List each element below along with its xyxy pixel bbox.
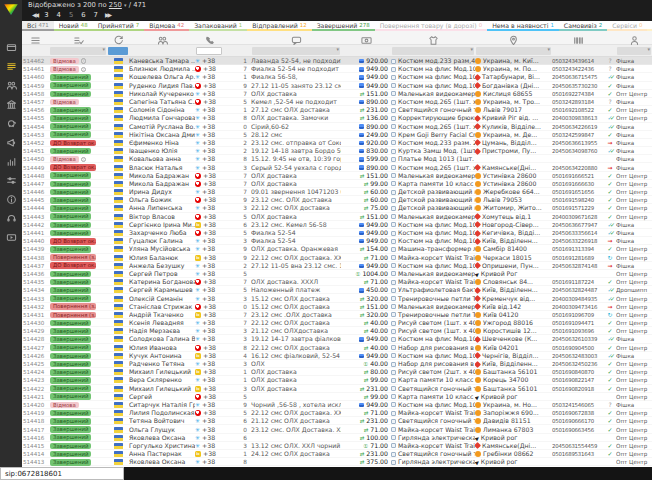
tracking-number[interactable]: 0501690663456 — [552, 425, 604, 433]
client-phone[interactable]: ✳+38 — [195, 245, 223, 253]
order-row[interactable]: 514451ЗавершенийІващенко Юлія✳+38219.12 … — [22, 147, 652, 155]
client-phone[interactable]: ✳+38 — [195, 204, 223, 212]
client-phone[interactable]: +38 — [195, 180, 223, 188]
tracking-number[interactable]: 20400309473416 — [552, 303, 604, 311]
order-row[interactable]: 514443ЗавершенийВіктор Власов+385ОЛХ дос… — [22, 213, 652, 221]
client-phone[interactable]: ✳+38 — [195, 139, 223, 147]
page-number-3[interactable]: 3 — [44, 10, 48, 20]
order-row[interactable]: 514462ВідмоваiКаневська Тамара ...✳+381Л… — [22, 57, 652, 65]
order-row[interactable]: 514457ВідмоваСапегіна Татьяна С...+385Ке… — [22, 98, 652, 106]
client-phone[interactable]: ✳+38 — [195, 90, 223, 98]
client-phone[interactable]: +38 — [195, 409, 223, 417]
client-phone[interactable]: ✳+38 — [195, 155, 223, 163]
order-row[interactable]: 514417ЗавершенийОльга Глущук✳+38023.12 с… — [22, 425, 652, 433]
tracking-number[interactable]: 0501690820918 — [552, 385, 604, 393]
tracking-number[interactable]: 0501691094471 — [552, 319, 604, 327]
tracking-number[interactable]: 20450632610339 — [552, 335, 604, 343]
tracking-number[interactable]: 0501691096709 — [552, 311, 604, 319]
app-logo-icon[interactable] — [4, 3, 19, 16]
tracking-number[interactable]: 0503243439614 — [552, 57, 604, 65]
tracking-number[interactable]: 20450633356614 — [552, 229, 604, 237]
tab-12[interactable]: В дорозі додому0 — [647, 21, 652, 31]
tracking-number[interactable]: 0503241546065 — [552, 401, 604, 409]
tracking-number[interactable]: 0501691666521 — [552, 172, 604, 180]
order-row[interactable]: 514441ЗавершенийЗахарченко Люба+385Фиалк… — [22, 229, 652, 237]
order-row[interactable]: 514421ЗавершенийСергей+385⇄99.00Карта па… — [22, 393, 652, 401]
tracking-number[interactable]: 0501690840870 — [552, 368, 604, 376]
order-row[interactable]: 514420ВідмоваСитарчук Наталія Гр...✳+389… — [22, 401, 652, 409]
order-row[interactable]: 514422ЗавершенийМихаил Гилецькийlc+383ОЛ… — [22, 385, 652, 393]
phone-filter-input[interactable] — [196, 47, 222, 55]
tab-6[interactable]: Відправлений12 — [247, 21, 311, 31]
client-phone[interactable]: +38 — [195, 82, 223, 90]
client-phone[interactable]: ✳+38 — [195, 114, 223, 122]
order-row[interactable]: 514433ЗавершенийОлексій Семанін✳+38315.1… — [22, 294, 652, 302]
order-row[interactable]: 514424ЗавершенийМихаил Гилецькийlc+381ОЛ… — [22, 368, 652, 376]
order-row[interactable]: 514430ЗавершенийКсенія Левадняя✳+38722.1… — [22, 319, 652, 327]
order-row[interactable]: 514435ЗавершенийКатерина Богданова+387ОЛ… — [22, 278, 652, 286]
sip-call-indicator[interactable]: sip:0672818601 — [0, 467, 124, 480]
tracking-number[interactable]: 20450634098760 — [552, 147, 604, 155]
client-phone[interactable]: lc+38 — [195, 352, 223, 360]
column-filter-select[interactable] — [617, 47, 651, 55]
order-row[interactable]: 514444ЗавершенийАнна Липенська✳+38322.12… — [22, 204, 652, 212]
tracking-number[interactable]: 20450635730230 — [552, 82, 604, 90]
tracking-number[interactable]: 20450636715475 — [552, 73, 604, 81]
order-row[interactable]: 514438Повернення (з...Юлия Баланюкlc+389… — [22, 254, 652, 262]
tracking-number[interactable]: 20400309484935 — [552, 294, 604, 302]
client-phone[interactable]: +38 — [195, 303, 223, 311]
client-phone[interactable]: lc+38 — [195, 450, 223, 458]
order-row[interactable]: 514460ЗавершенийКошелева Ольга Ар...✳+38… — [22, 73, 652, 81]
tab-9[interactable]: Нема в наявності1 — [487, 21, 559, 31]
tracking-number[interactable]: 0501691313394 — [552, 245, 604, 253]
client-phone[interactable]: ✳+38 — [195, 163, 223, 171]
order-row[interactable]: 514423ЗавершенийВера Скляренко✳+381ОЛХ д… — [22, 376, 652, 384]
tracking-number[interactable]: 0501691571229 — [552, 204, 604, 212]
order-row[interactable]: 514428ЗавершенийСолодкова Галина В...✳+3… — [22, 335, 652, 343]
tracking-number[interactable] — [552, 434, 604, 442]
order-row[interactable]: 514419ЗавершенийЛилия Подолинская+38522.… — [22, 409, 652, 417]
tracking-number[interactable]: 0501691187224 — [552, 278, 604, 286]
column-filter-select[interactable] — [476, 47, 551, 55]
sidebar-item-sliders[interactable] — [0, 171, 22, 190]
tracking-number[interactable]: 0501692274384 — [552, 90, 604, 98]
column-filter-select[interactable] — [392, 47, 474, 55]
client-phone[interactable]: ✳+38 — [195, 73, 223, 81]
tracking-number[interactable]: 0503242599847 — [552, 131, 604, 139]
client-phone[interactable]: +38 — [195, 172, 223, 180]
tracking-number[interactable]: 20450636613955 — [552, 139, 604, 147]
order-row[interactable]: 514415ЗавершенийГоргулько Христина...✳+3… — [22, 442, 652, 450]
order-row[interactable]: 514461ВідмоваiБлизнюк Людмила ...+387Фиа… — [22, 65, 652, 73]
page-number-5[interactable]: 5 — [69, 10, 73, 20]
order-row[interactable]: 514456ЗавершенийСоломія Сідоніна✳+38127.… — [22, 106, 652, 114]
client-phone[interactable]: +38 — [195, 344, 223, 352]
order-row[interactable]: 514432Повернення (з...Станіслав Стрижак+… — [22, 303, 652, 311]
client-phone[interactable]: ✳+38 — [195, 106, 223, 114]
tracking-number[interactable] — [552, 393, 604, 401]
client-phone[interactable]: +38 — [195, 65, 223, 73]
country-filter-select[interactable] — [108, 47, 128, 55]
info-icon[interactable]: i — [81, 157, 87, 163]
order-row[interactable]: 514459ЗавершенийРуденко Лидия Пав...+389… — [22, 82, 652, 90]
order-row[interactable]: 514453ЗавершенийНікітіна Оксана Дми...✳+… — [22, 131, 652, 139]
sidebar-item-support-headset[interactable] — [0, 209, 22, 228]
client-phone[interactable]: ✳+38 — [195, 294, 223, 302]
client-phone[interactable]: +38 — [195, 98, 223, 106]
order-row[interactable]: 514447ЗавершенийМикола Бадражан+387ОЛХ д… — [22, 180, 652, 188]
tracking-number[interactable]: 0501691598240 — [552, 196, 604, 204]
order-row[interactable]: 514442ЗавершенийСергієнко Ірина Ми...lc+… — [22, 221, 652, 229]
tracking-number[interactable]: 0501690822147 — [552, 376, 604, 384]
tracking-number[interactable]: 20400309671628 — [552, 213, 604, 221]
client-phone[interactable]: +38 — [195, 196, 223, 204]
tracking-number[interactable]: 20450634220880 — [552, 163, 604, 171]
tracking-number[interactable]: 20450632483003 — [552, 352, 604, 360]
tracking-number[interactable]: 0501690904500 — [552, 344, 604, 352]
client-phone[interactable]: +38 — [195, 229, 223, 237]
order-row[interactable]: 514448ЗавершенийМикола Бадражан+387ОЛХ д… — [22, 172, 652, 180]
client-phone[interactable]: ✳+38 — [195, 270, 223, 278]
client-phone[interactable]: ✳+38 — [195, 434, 223, 442]
sidebar-item-info[interactable] — [0, 190, 22, 209]
order-row[interactable]: 514440ДО Возврат ок..Гуцалюк Галина✳+383… — [22, 237, 652, 245]
tracking-number[interactable]: 0503243422436 — [552, 65, 604, 73]
client-phone[interactable]: ✳+38 — [195, 147, 223, 155]
